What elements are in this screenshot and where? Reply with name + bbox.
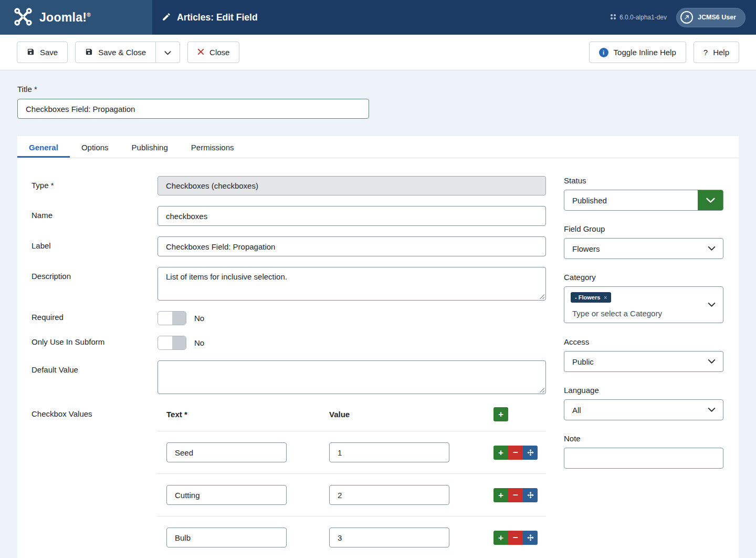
top-bar: Joomla!® Articles: Edit Field 6.0.0-alph…	[0, 0, 756, 35]
row-text-input[interactable]	[166, 485, 287, 505]
row-text-input[interactable]	[166, 528, 287, 547]
required-state: No	[194, 314, 204, 323]
toolbar: Save Save & Close Close	[0, 35, 756, 70]
status-label: Status	[564, 176, 723, 185]
required-toggle[interactable]	[158, 311, 186, 325]
edit-field-card: General Options Publishing Permissions T…	[17, 136, 739, 558]
value-column-header: Value	[329, 410, 350, 419]
name-input[interactable]	[158, 206, 546, 226]
language-select[interactable]: All	[564, 399, 723, 420]
text-column-header: Text *	[166, 410, 329, 419]
description-textarea[interactable]: List of items for inclusive selection.	[158, 267, 546, 301]
row-value-input[interactable]	[329, 528, 449, 547]
row-remove-button[interactable]: −	[508, 446, 523, 460]
note-label: Note	[564, 434, 723, 443]
default-value-textarea[interactable]	[158, 360, 546, 394]
label-input[interactable]	[158, 236, 546, 256]
joomla-logo-icon	[14, 7, 33, 28]
title-input[interactable]	[17, 99, 369, 119]
tab-permissions[interactable]: Permissions	[180, 136, 246, 158]
category-label: Category	[564, 273, 723, 282]
row-move-button[interactable]	[523, 488, 538, 502]
type-label: Type *	[32, 176, 158, 195]
description-field-row: Description List of items for inclusive …	[32, 267, 546, 301]
move-icon	[527, 449, 534, 457]
status-select[interactable]: Published	[564, 190, 723, 211]
info-icon: i	[599, 48, 608, 57]
row-add-button[interactable]: +	[494, 446, 508, 460]
type-input	[158, 176, 546, 195]
row-remove-button[interactable]: −	[508, 531, 523, 545]
row-text-input[interactable]	[166, 442, 287, 462]
tab-options[interactable]: Options	[70, 136, 120, 158]
edit-icon	[162, 12, 171, 23]
language-label: Language	[564, 386, 723, 395]
external-link-icon	[680, 11, 693, 24]
tab-bar: General Options Publishing Permissions	[17, 136, 739, 158]
access-select[interactable]: Public	[564, 351, 723, 372]
subform-toggle[interactable]	[158, 336, 186, 350]
row-add-button[interactable]: +	[494, 531, 508, 545]
status-value: Published	[572, 196, 607, 205]
checkbox-values-section: Checkbox Values Text * Value + + −	[32, 405, 546, 558]
close-button[interactable]: Close	[187, 42, 239, 63]
row-actions: + −	[494, 488, 538, 502]
tab-general[interactable]: General	[17, 136, 70, 158]
row-actions: + −	[494, 531, 538, 545]
name-label: Name	[32, 206, 158, 226]
save-close-button[interactable]: Save & Close	[75, 42, 156, 63]
move-icon	[527, 534, 534, 542]
row-value-input[interactable]	[329, 485, 449, 505]
move-icon	[527, 491, 534, 499]
required-label: Required	[32, 311, 158, 325]
row-value-input[interactable]	[329, 442, 449, 462]
field-group-value: Flowers	[572, 244, 600, 253]
help-button[interactable]: ? Help	[694, 42, 739, 63]
field-group-label: Field Group	[564, 224, 723, 233]
tab-publishing[interactable]: Publishing	[120, 136, 180, 158]
status-dropdown-button[interactable]	[698, 190, 723, 210]
save-options-dropdown-button[interactable]	[155, 42, 180, 63]
language-value: All	[572, 406, 581, 415]
checkbox-values-label: Checkbox Values	[32, 405, 158, 558]
chevron-down-icon	[708, 246, 716, 251]
category-tag: - Flowers ×	[571, 292, 611, 303]
access-value: Public	[572, 357, 594, 366]
brand-wordmark: Joomla!®	[39, 11, 91, 25]
user-menu-button[interactable]: JCMS6 User	[676, 8, 746, 27]
subform-state: No	[194, 338, 204, 347]
subform-label: Only Use In Subform	[32, 336, 158, 350]
row-actions: + −	[494, 446, 538, 460]
access-label: Access	[564, 337, 723, 346]
page-heading: Articles: Edit Field	[162, 12, 258, 23]
checkbox-value-row: + −	[158, 473, 546, 516]
label-label: Label	[32, 236, 158, 256]
page-title: Articles: Edit Field	[177, 12, 258, 23]
subform-field-row: Only Use In Subform No	[32, 336, 546, 350]
chevron-down-icon	[708, 303, 716, 307]
row-move-button[interactable]	[523, 446, 538, 460]
save-close-split-button: Save & Close	[75, 42, 180, 63]
joomla-brand[interactable]: Joomla!®	[0, 0, 152, 35]
checkbox-value-row: + −	[158, 516, 546, 558]
row-remove-button[interactable]: −	[508, 488, 523, 502]
add-row-button[interactable]: +	[494, 407, 508, 421]
checkbox-value-row: + −	[158, 431, 546, 473]
category-combobox[interactable]: - Flowers ×	[564, 286, 723, 323]
description-label: Description	[32, 267, 158, 301]
category-input[interactable]	[571, 309, 700, 318]
toggle-inline-help-button[interactable]: i Toggle Inline Help	[589, 42, 686, 63]
save-icon	[85, 48, 93, 57]
chevron-down-icon	[706, 198, 715, 203]
name-field-row: Name	[32, 206, 546, 226]
field-group-select[interactable]: Flowers	[564, 238, 723, 259]
remove-tag-icon[interactable]: ×	[604, 295, 607, 301]
row-add-button[interactable]: +	[494, 488, 508, 502]
save-button[interactable]: Save	[17, 42, 68, 63]
label-field-row: Label	[32, 236, 546, 256]
sidebar-panel: Status Published Field Group Flowers	[564, 176, 723, 558]
question-mark-icon: ?	[704, 48, 708, 57]
version-icon	[610, 14, 616, 22]
row-move-button[interactable]	[523, 531, 538, 545]
note-input[interactable]	[564, 448, 723, 469]
